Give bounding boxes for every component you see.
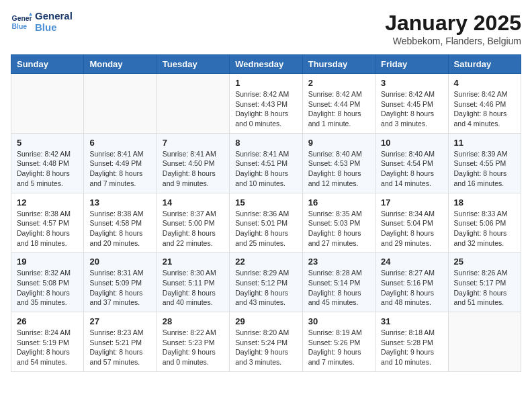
logo-line1: General <box>35 11 73 22</box>
calendar-week-row: 5Sunrise: 8:42 AM Sunset: 4:48 PM Daylig… <box>11 133 521 193</box>
calendar-cell: 3Sunrise: 8:42 AM Sunset: 4:45 PM Daylig… <box>375 74 448 134</box>
weekday-header: Sunday <box>11 55 84 74</box>
calendar-cell: 25Sunrise: 8:26 AM Sunset: 5:17 PM Dayli… <box>448 253 521 312</box>
cell-content: Sunrise: 8:41 AM Sunset: 4:51 PM Dayligh… <box>235 149 296 189</box>
day-number: 25 <box>454 257 515 267</box>
day-number: 19 <box>17 257 78 267</box>
calendar-cell: 31Sunrise: 8:18 AM Sunset: 5:28 PM Dayli… <box>375 312 448 372</box>
day-number: 12 <box>17 197 78 208</box>
weekday-header: Wednesday <box>230 55 302 74</box>
cell-content: Sunrise: 8:42 AM Sunset: 4:45 PM Dayligh… <box>381 89 442 129</box>
calendar-cell: 18Sunrise: 8:33 AM Sunset: 5:06 PM Dayli… <box>448 193 521 253</box>
calendar-cell <box>448 312 521 372</box>
cell-content: Sunrise: 8:23 AM Sunset: 5:21 PM Dayligh… <box>89 328 150 367</box>
calendar-cell: 2Sunrise: 8:42 AM Sunset: 4:44 PM Daylig… <box>302 74 375 134</box>
cell-content: Sunrise: 8:35 AM Sunset: 5:03 PM Dayligh… <box>308 209 369 248</box>
cell-content: Sunrise: 8:41 AM Sunset: 4:49 PM Dayligh… <box>89 149 150 189</box>
calendar-cell: 16Sunrise: 8:35 AM Sunset: 5:03 PM Dayli… <box>302 193 375 253</box>
calendar-cell: 19Sunrise: 8:32 AM Sunset: 5:08 PM Dayli… <box>11 253 84 312</box>
day-number: 23 <box>308 257 369 267</box>
cell-content: Sunrise: 8:42 AM Sunset: 4:44 PM Dayligh… <box>308 89 369 129</box>
title-block: January 2025 Webbekom, Flanders, Belgium <box>385 11 521 46</box>
day-number: 17 <box>381 197 442 208</box>
day-number: 10 <box>381 138 442 148</box>
cell-content: Sunrise: 8:26 AM Sunset: 5:17 PM Dayligh… <box>454 268 515 308</box>
calendar-week-row: 26Sunrise: 8:24 AM Sunset: 5:19 PM Dayli… <box>11 312 521 372</box>
cell-content: Sunrise: 8:27 AM Sunset: 5:16 PM Dayligh… <box>381 268 442 308</box>
calendar-cell: 12Sunrise: 8:38 AM Sunset: 4:57 PM Dayli… <box>11 193 84 253</box>
cell-content: Sunrise: 8:42 AM Sunset: 4:46 PM Dayligh… <box>454 89 515 129</box>
cell-content: Sunrise: 8:18 AM Sunset: 5:28 PM Dayligh… <box>381 328 442 367</box>
cell-content: Sunrise: 8:19 AM Sunset: 5:26 PM Dayligh… <box>308 328 369 367</box>
cell-content: Sunrise: 8:38 AM Sunset: 4:58 PM Dayligh… <box>89 209 150 248</box>
weekday-header: Tuesday <box>157 55 229 74</box>
cell-content: Sunrise: 8:24 AM Sunset: 5:19 PM Dayligh… <box>17 328 78 367</box>
calendar-cell: 17Sunrise: 8:34 AM Sunset: 5:04 PM Dayli… <box>375 193 448 253</box>
day-number: 22 <box>235 257 296 267</box>
calendar-cell: 28Sunrise: 8:22 AM Sunset: 5:23 PM Dayli… <box>157 312 229 372</box>
cell-content: Sunrise: 8:40 AM Sunset: 4:54 PM Dayligh… <box>381 149 442 189</box>
day-number: 3 <box>381 78 442 88</box>
calendar-cell: 14Sunrise: 8:37 AM Sunset: 5:00 PM Dayli… <box>157 193 229 253</box>
calendar-cell: 1Sunrise: 8:42 AM Sunset: 4:43 PM Daylig… <box>230 74 302 134</box>
calendar-cell: 27Sunrise: 8:23 AM Sunset: 5:21 PM Dayli… <box>84 312 157 372</box>
calendar-cell: 23Sunrise: 8:28 AM Sunset: 5:14 PM Dayli… <box>302 253 375 312</box>
calendar-week-row: 12Sunrise: 8:38 AM Sunset: 4:57 PM Dayli… <box>11 193 521 253</box>
cell-content: Sunrise: 8:36 AM Sunset: 5:01 PM Dayligh… <box>235 209 296 248</box>
day-number: 20 <box>89 257 150 267</box>
day-number: 16 <box>308 197 369 208</box>
cell-content: Sunrise: 8:34 AM Sunset: 5:04 PM Dayligh… <box>381 209 442 248</box>
calendar-cell: 9Sunrise: 8:40 AM Sunset: 4:53 PM Daylig… <box>302 133 375 193</box>
logo-icon: General Blue <box>11 11 32 33</box>
cell-content: Sunrise: 8:38 AM Sunset: 4:57 PM Dayligh… <box>17 209 78 248</box>
cell-content: Sunrise: 8:42 AM Sunset: 4:48 PM Dayligh… <box>17 149 78 189</box>
day-number: 15 <box>235 197 296 208</box>
cell-content: Sunrise: 8:37 AM Sunset: 5:00 PM Dayligh… <box>163 209 224 248</box>
calendar-cell: 15Sunrise: 8:36 AM Sunset: 5:01 PM Dayli… <box>230 193 302 253</box>
weekday-header-row: SundayMondayTuesdayWednesdayThursdayFrid… <box>11 55 521 74</box>
svg-text:Blue: Blue <box>12 22 28 30</box>
cell-content: Sunrise: 8:20 AM Sunset: 5:24 PM Dayligh… <box>235 328 296 367</box>
day-number: 2 <box>308 78 369 88</box>
calendar-cell <box>84 74 157 134</box>
cell-content: Sunrise: 8:30 AM Sunset: 5:11 PM Dayligh… <box>163 268 224 308</box>
calendar-cell: 29Sunrise: 8:20 AM Sunset: 5:24 PM Dayli… <box>230 312 302 372</box>
day-number: 27 <box>89 316 150 326</box>
calendar-table: SundayMondayTuesdayWednesdayThursdayFrid… <box>11 54 521 372</box>
cell-content: Sunrise: 8:29 AM Sunset: 5:12 PM Dayligh… <box>235 268 296 308</box>
day-number: 1 <box>235 78 296 88</box>
day-number: 29 <box>235 316 296 326</box>
calendar-cell: 11Sunrise: 8:39 AM Sunset: 4:55 PM Dayli… <box>448 133 521 193</box>
calendar-cell: 10Sunrise: 8:40 AM Sunset: 4:54 PM Dayli… <box>375 133 448 193</box>
cell-content: Sunrise: 8:39 AM Sunset: 4:55 PM Dayligh… <box>454 149 515 189</box>
day-number: 13 <box>89 197 150 208</box>
month-title: January 2025 <box>385 11 521 36</box>
calendar-cell: 20Sunrise: 8:31 AM Sunset: 5:09 PM Dayli… <box>84 253 157 312</box>
day-number: 8 <box>235 138 296 148</box>
weekday-header: Monday <box>84 55 157 74</box>
calendar-cell: 21Sunrise: 8:30 AM Sunset: 5:11 PM Dayli… <box>157 253 229 312</box>
day-number: 9 <box>308 138 369 148</box>
day-number: 31 <box>381 316 442 326</box>
cell-content: Sunrise: 8:41 AM Sunset: 4:50 PM Dayligh… <box>163 149 224 189</box>
day-number: 28 <box>163 316 224 326</box>
cell-content: Sunrise: 8:31 AM Sunset: 5:09 PM Dayligh… <box>89 268 150 308</box>
calendar-cell: 7Sunrise: 8:41 AM Sunset: 4:50 PM Daylig… <box>157 133 229 193</box>
page-header: General Blue General Blue January 2025 W… <box>11 11 521 46</box>
cell-content: Sunrise: 8:28 AM Sunset: 5:14 PM Dayligh… <box>308 268 369 308</box>
day-number: 26 <box>17 316 78 326</box>
cell-content: Sunrise: 8:32 AM Sunset: 5:08 PM Dayligh… <box>17 268 78 308</box>
calendar-cell: 8Sunrise: 8:41 AM Sunset: 4:51 PM Daylig… <box>230 133 302 193</box>
weekday-header: Saturday <box>448 55 521 74</box>
calendar-week-row: 1Sunrise: 8:42 AM Sunset: 4:43 PM Daylig… <box>11 74 521 134</box>
calendar-cell <box>11 74 84 134</box>
calendar-cell: 13Sunrise: 8:38 AM Sunset: 4:58 PM Dayli… <box>84 193 157 253</box>
calendar-cell <box>157 74 229 134</box>
day-number: 18 <box>454 197 515 208</box>
cell-content: Sunrise: 8:40 AM Sunset: 4:53 PM Dayligh… <box>308 149 369 189</box>
calendar-cell: 26Sunrise: 8:24 AM Sunset: 5:19 PM Dayli… <box>11 312 84 372</box>
cell-content: Sunrise: 8:22 AM Sunset: 5:23 PM Dayligh… <box>163 328 224 367</box>
svg-text:General: General <box>12 15 32 22</box>
day-number: 7 <box>163 138 224 148</box>
day-number: 24 <box>381 257 442 267</box>
